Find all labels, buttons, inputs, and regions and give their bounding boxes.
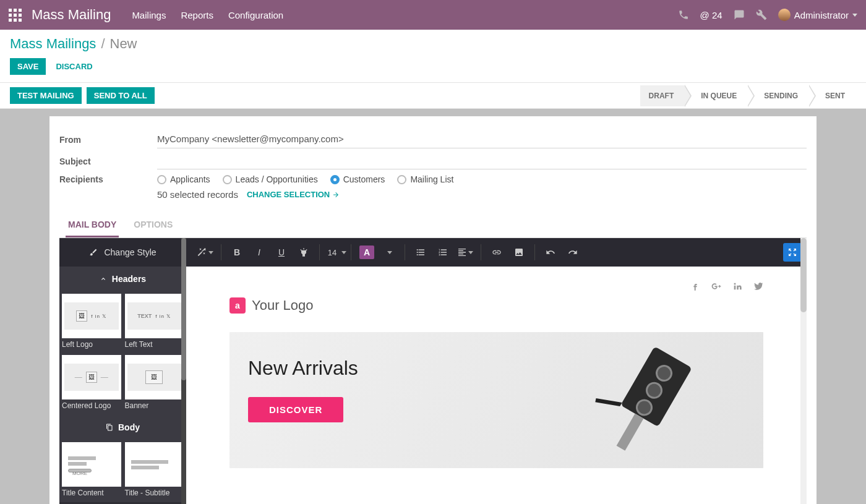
recipients-radios: Applicants Leads / Opportunities Custome…	[157, 174, 453, 184]
svg-rect-4	[617, 414, 644, 451]
mail-social-row	[229, 281, 763, 291]
from-label: From	[59, 135, 157, 145]
tab-mail-body[interactable]: MAIL BODY	[66, 213, 119, 237]
font-size-select[interactable]: 14	[325, 243, 346, 262]
nav-links: Mailings Reports Configuration	[132, 10, 283, 20]
status-queue[interactable]: IN QUEUE	[685, 85, 748, 106]
status-sending[interactable]: SENDING	[748, 85, 809, 106]
action-buttons: SAVE DISCARD	[10, 58, 856, 75]
editor-toolbar: B I U 14 A	[186, 238, 807, 267]
unordered-list-button[interactable]	[410, 243, 431, 262]
ordered-list-button[interactable]	[432, 243, 453, 262]
tab-options[interactable]: OPTIONS	[131, 213, 175, 237]
breadcrumb-root[interactable]: Mass Mailings	[10, 36, 96, 52]
underline-button[interactable]: U	[271, 243, 292, 262]
editor: Change Style Headers f in 𝕏 Left Logo TE…	[59, 238, 807, 504]
send-buttons: TEST MAILING SEND TO ALL	[10, 87, 155, 104]
change-selection-link[interactable]: CHANGE SELECTION	[247, 190, 340, 199]
block-title-subtitle[interactable]: Title - Subtitle	[125, 442, 184, 500]
radio-customers[interactable]: Customers	[330, 174, 385, 184]
block-left-logo[interactable]: f in 𝕏 Left Logo	[62, 294, 121, 351]
nav-reports[interactable]: Reports	[181, 10, 213, 20]
topbar: Mass Mailing Mailings Reports Configurat…	[0, 0, 866, 30]
logo-text: Your Logo	[252, 297, 314, 314]
link-button[interactable]	[486, 243, 507, 262]
test-mailing-button[interactable]: TEST MAILING	[10, 87, 82, 104]
radio-applicants[interactable]: Applicants	[157, 174, 210, 184]
nav-mailings[interactable]: Mailings	[132, 10, 166, 20]
status-draft[interactable]: DRAFT	[640, 85, 685, 106]
google-plus-icon[interactable]	[711, 281, 721, 291]
discover-button[interactable]: DISCOVER	[248, 397, 343, 422]
subject-input[interactable]	[157, 153, 807, 169]
chat-icon[interactable]	[734, 9, 745, 20]
logo-mark: a	[229, 297, 246, 314]
arrow-right-icon	[332, 191, 340, 199]
undo-button[interactable]	[540, 243, 561, 262]
italic-button[interactable]: I	[249, 243, 270, 262]
banner-image	[565, 343, 751, 461]
breadcrumb-current: New	[110, 36, 137, 52]
status-sent[interactable]: SENT	[809, 85, 856, 106]
send-all-button[interactable]: SEND TO ALL	[87, 87, 155, 104]
font-color-button[interactable]: A	[356, 243, 377, 262]
user-menu[interactable]: Administrator	[778, 9, 857, 21]
user-name: Administrator	[794, 10, 849, 20]
copy-icon	[106, 424, 113, 431]
redo-button[interactable]	[562, 243, 583, 262]
block-centered-logo[interactable]: —— Centered Logo	[62, 355, 121, 412]
apps-menu-icon[interactable]	[9, 9, 22, 22]
section-body[interactable]: Body	[59, 415, 186, 440]
app-name: Mass Mailing	[32, 7, 111, 23]
canvas: From MyCompany <newsletter@mycompany.com…	[0, 109, 866, 504]
selection-row: 50 selected records CHANGE SELECTION	[157, 189, 807, 200]
expand-button[interactable]	[783, 243, 802, 262]
banner: New Arrivals DISCOVER	[229, 332, 763, 468]
block-title-content[interactable]: MORE Title Content	[62, 442, 121, 500]
tabs: MAIL BODY OPTIONS	[59, 213, 807, 238]
font-color-caret[interactable]	[379, 243, 400, 262]
mail-canvas[interactable]: a Your Logo New Arrivals DISCOVER	[186, 267, 807, 504]
radio-mailing-list[interactable]: Mailing List	[397, 174, 453, 184]
avatar	[778, 9, 791, 21]
block-left-text[interactable]: TEXTf in 𝕏 Left Text	[125, 294, 184, 351]
image-button[interactable]	[508, 243, 529, 262]
topbar-right: @ 24 Administrator	[678, 9, 857, 21]
discard-button[interactable]: DISCARD	[51, 58, 97, 75]
editor-sidebar: Change Style Headers f in 𝕏 Left Logo TE…	[59, 238, 186, 504]
breadcrumb: Mass Mailings / New	[10, 36, 856, 52]
statusbar: TEST MAILING SEND TO ALL DRAFT IN QUEUE …	[0, 83, 866, 109]
magic-icon[interactable]	[195, 243, 216, 262]
editor-scrollbar-thumb[interactable]	[800, 238, 807, 312]
editor-main: B I U 14 A	[186, 238, 807, 504]
selected-records-text: 50 selected records	[157, 189, 238, 200]
status-steps: DRAFT IN QUEUE SENDING SENT	[640, 85, 856, 106]
from-input[interactable]: MyCompany <newsletter@mycompany.com>	[157, 131, 807, 148]
radio-leads[interactable]: Leads / Opportunities	[223, 174, 318, 184]
subject-label: Subject	[59, 156, 157, 166]
clear-format-button[interactable]	[293, 243, 314, 262]
facebook-icon[interactable]	[690, 281, 700, 291]
form-card: From MyCompany <newsletter@mycompany.com…	[49, 116, 817, 504]
align-button[interactable]	[455, 243, 476, 262]
change-style-button[interactable]: Change Style	[59, 238, 186, 267]
sidebar-scrollbar-thumb[interactable]	[181, 238, 186, 380]
breadcrumb-sep: /	[101, 36, 105, 52]
mentions-count[interactable]: @ 24	[700, 10, 722, 20]
brush-icon	[89, 248, 98, 257]
tools-icon[interactable]	[756, 9, 767, 20]
bold-button[interactable]: B	[226, 243, 247, 262]
phone-icon[interactable]	[678, 9, 689, 20]
section-headers[interactable]: Headers	[59, 267, 186, 291]
chevron-down-icon	[852, 14, 857, 17]
block-banner[interactable]: Banner	[125, 355, 184, 412]
recipients-label: Recipients	[59, 174, 157, 184]
nav-configuration[interactable]: Configuration	[228, 10, 283, 20]
header-area: Mass Mailings / New SAVE DISCARD	[0, 30, 866, 83]
linkedin-icon[interactable]	[732, 281, 742, 291]
twitter-icon[interactable]	[753, 281, 763, 291]
expand-icon	[787, 247, 797, 257]
chevron-up-icon	[100, 275, 107, 283]
save-button[interactable]: SAVE	[10, 58, 46, 75]
